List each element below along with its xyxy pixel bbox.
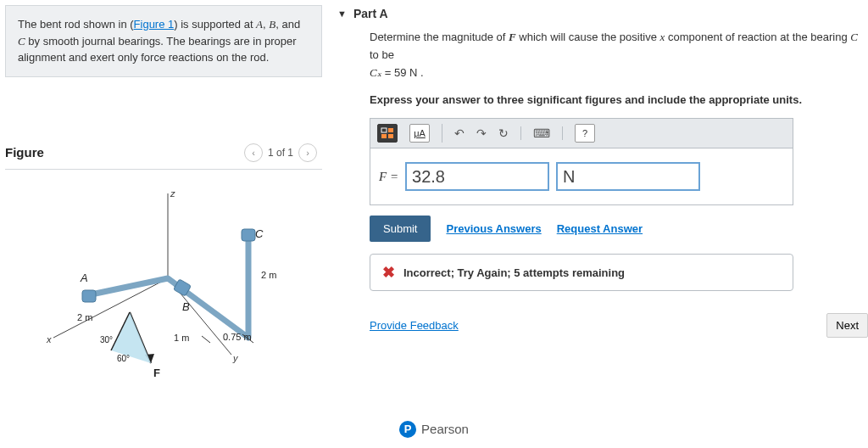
- pearson-brand: Pearson: [421, 422, 469, 436]
- figure-counter: 1 of 1: [268, 147, 293, 159]
- svg-rect-14: [388, 134, 393, 138]
- answer-toolbar: μA ↶ ↷ ↻ ⌨ ?: [370, 119, 793, 148]
- reset-icon[interactable]: ↻: [498, 126, 509, 140]
- dim-1m: 1 m: [174, 333, 189, 343]
- figure-title: Figure: [5, 145, 44, 160]
- svg-line-9: [202, 336, 210, 343]
- figure-link[interactable]: Figure 1: [134, 18, 175, 31]
- svg-line-1: [53, 278, 168, 338]
- undo-icon[interactable]: ↶: [454, 126, 465, 140]
- label-C: C: [255, 227, 264, 240]
- question-text: Determine the magnitude of F which will …: [370, 29, 861, 81]
- axis-y-label: y: [232, 353, 239, 363]
- keyboard-icon[interactable]: ⌨: [533, 126, 550, 140]
- label-B: B: [182, 300, 190, 313]
- collapse-caret-icon: ▼: [337, 8, 347, 19]
- axis-z-label: z: [170, 188, 175, 199]
- request-answer-link[interactable]: Request Answer: [557, 222, 643, 235]
- dim-075m: 0.75 m: [223, 332, 252, 342]
- figure-header: Figure ‹ 1 of 1 ›: [5, 137, 322, 170]
- svg-rect-3: [82, 290, 96, 302]
- pearson-logo-icon: P: [399, 421, 416, 438]
- axis-x-label: x: [46, 334, 52, 344]
- answer-value-input[interactable]: [405, 162, 549, 191]
- label-A: A: [80, 272, 88, 284]
- provide-feedback-link[interactable]: Provide Feedback: [370, 319, 459, 332]
- feedback-text: Incorrect; Try Again; 5 attempts remaini…: [403, 266, 625, 279]
- dim-2m-a: 2 m: [77, 312, 92, 322]
- help-button[interactable]: ?: [575, 124, 595, 143]
- footer: P Pearson: [0, 421, 868, 446]
- angle-60: 60°: [117, 354, 130, 363]
- previous-answers-link[interactable]: Previous Answers: [446, 222, 541, 235]
- figure-image: z x y A B C 2 m 2 m 1: [5, 178, 322, 395]
- redo-icon[interactable]: ↷: [476, 126, 487, 140]
- angle-30: 30°: [100, 335, 113, 344]
- label-F: F: [153, 367, 160, 379]
- part-header[interactable]: ▼ Part A: [337, 0, 861, 29]
- answer-unit-input[interactable]: [556, 162, 700, 191]
- answer-instructions: Express your answer to three significant…: [370, 93, 861, 106]
- unit-button[interactable]: μA: [409, 124, 430, 143]
- svg-rect-11: [381, 128, 387, 132]
- svg-rect-13: [381, 134, 387, 138]
- feedback-box: ✖ Incorrect; Try Again; 5 attempts remai…: [370, 254, 793, 291]
- next-button[interactable]: Next: [826, 313, 868, 338]
- problem-statement: The bent rod shown in (Figure 1) is supp…: [5, 5, 322, 77]
- answer-panel: μA ↶ ↷ ↻ ⌨ ? F =: [370, 118, 793, 205]
- svg-rect-5: [242, 229, 255, 241]
- dim-2m-b: 2 m: [261, 270, 276, 280]
- svg-rect-12: [388, 128, 393, 132]
- submit-button[interactable]: Submit: [370, 216, 431, 242]
- figure-next-button[interactable]: ›: [298, 143, 317, 162]
- incorrect-icon: ✖: [382, 263, 395, 282]
- part-title: Part A: [353, 7, 388, 20]
- figure-prev-button[interactable]: ‹: [244, 143, 263, 162]
- problem-text: The bent rod shown in (: [18, 18, 134, 31]
- answer-prefix: F =: [379, 170, 398, 184]
- templates-button[interactable]: [377, 124, 398, 143]
